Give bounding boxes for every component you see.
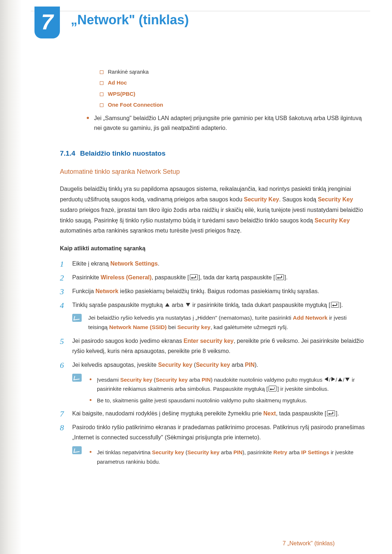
keyword: Security key — [187, 449, 219, 455]
page-shadow — [0, 0, 22, 554]
text: arba — [170, 302, 185, 308]
text: , tada paspauskite [ — [276, 410, 326, 416]
text: Jei belaidžio ryšio kelvedis yra nustaty… — [88, 315, 293, 321]
footer-text: 7 „Network" (tinklas) — [283, 540, 335, 547]
up-arrow-icon — [338, 378, 342, 381]
note-text: Jei tinklas nepatvirtina Security key (S… — [88, 446, 365, 466]
enter-icon — [331, 302, 339, 308]
enter-icon — [190, 274, 198, 280]
text: bei — [167, 324, 177, 330]
text: ]. — [340, 302, 343, 308]
keyword: PIN — [233, 449, 242, 455]
steps-list: Eikite į ekraną Network Settings. Pasiri… — [60, 259, 365, 466]
text: Įvesdami — [97, 377, 120, 383]
text: Kai baigsite, naudodami rodyklės į dešin… — [72, 410, 263, 416]
list-item: One Foot Connection — [100, 100, 365, 110]
step: Kai baigsite, naudodami rodyklės į dešin… — [60, 409, 365, 419]
keyword: Network — [95, 288, 118, 294]
text: ( — [192, 362, 196, 368]
text: , kad galėtumėte užmegzti ryšį. — [211, 324, 288, 330]
text: ir pasirinkite tinklą, tada dukart paspa… — [191, 302, 330, 308]
sub-bullet: Įvesdami Security key (Security key arba… — [88, 375, 365, 394]
keyword: Security key — [152, 449, 184, 455]
text: ], tada dar kartą paspauskite [ — [199, 274, 275, 280]
text: Pasirodo tinklo ryšio patikrinimo ekrana… — [72, 424, 365, 440]
content-area: Rankinė sąranka Ad Hoc WPS(PBC) One Foot… — [60, 67, 365, 470]
note-block: Jei belaidžio ryšio kelvedis yra nustaty… — [72, 313, 365, 332]
keyword: PIN — [202, 377, 211, 383]
list-text: Ad Hoc — [108, 79, 127, 86]
keyword: PIN — [245, 362, 255, 368]
step: Pasirodo tinklo ryšio patikrinimo ekrana… — [60, 422, 365, 466]
note-block: Įvesdami Security key (Security key arba… — [72, 373, 365, 405]
keyword: Security Key — [318, 196, 353, 202]
enter-icon — [269, 386, 277, 391]
footer: 7 „Network" (tinklas) — [283, 540, 370, 547]
text: Tinklų sąraše paspauskite mygtuką — [72, 302, 164, 308]
note-block: Jei tinklas nepatvirtina Security key (S… — [72, 446, 365, 466]
section-title: Belaidžio tinklo nuostatos — [80, 149, 166, 157]
keyword: Network Settings — [110, 260, 158, 267]
top-border — [31, 11, 370, 11]
text: Jei pasirodo saugos kodo įvedimo ekranas — [72, 338, 184, 344]
text: Jei tinklas nepatvirtina — [97, 449, 152, 455]
sub-bullet: Be to, skaitmenis galite įvesti spausdam… — [88, 396, 365, 405]
sub-bullet: Jei tinklas nepatvirtina Security key (S… — [88, 448, 365, 466]
section-number: 7.1.4 — [60, 149, 75, 157]
text: ieško pasiekiamų belaidžių tinklų. Baigu… — [118, 288, 319, 294]
text: Jei kelvedis apsaugotas, įveskite — [72, 362, 158, 368]
text: arba — [230, 362, 245, 368]
list-item: Ad Hoc — [100, 78, 365, 87]
text: ( — [184, 449, 187, 455]
page: 7 „Network" (tinklas) Rankinė sąranka Ad… — [0, 0, 392, 554]
keyword: Security key — [120, 377, 152, 383]
step: Jei pasirodo saugos kodo įvedimo ekranas… — [60, 336, 365, 356]
note-icon — [72, 374, 82, 382]
down-arrow-icon — [186, 303, 190, 307]
enter-icon — [327, 410, 335, 416]
text: ). — [255, 362, 258, 368]
keyword: Security Key — [244, 196, 279, 202]
section-heading: 7.1.4 Belaidžio tinklo nuostatos — [60, 147, 365, 159]
keyword: Add Network — [293, 315, 328, 321]
step: Pasirinkite Wireless (General), paspausk… — [60, 272, 365, 283]
enter-icon — [276, 274, 284, 280]
text: ), pasirinkite — [242, 449, 273, 455]
right-arrow-icon — [331, 377, 335, 381]
note-text: Įvesdami Security key (Security key arba… — [88, 373, 365, 405]
text: Funkcija — [72, 288, 95, 294]
text: ] ir įveskite simbolius. — [277, 386, 329, 392]
text: arba — [287, 449, 301, 455]
step: Jei kelvedis apsaugotas, įveskite Securi… — [60, 360, 365, 405]
step: Funkcija Network ieško pasiekiamų belaid… — [60, 286, 365, 296]
note-icon — [72, 446, 82, 454]
chapter-tab: 7 — [34, 7, 60, 38]
text: arba — [188, 377, 201, 383]
keyword: Security key — [196, 362, 230, 368]
text: automatinės arba rankinės sąrankos metu … — [60, 227, 242, 234]
left-arrow-icon — [324, 377, 328, 381]
note-icon — [72, 314, 82, 322]
list-item: Rankinė sąranka — [100, 67, 365, 77]
note-text: Jei belaidžio ryšio kelvedis yra nustaty… — [88, 313, 365, 332]
note-item: Jei „Samsung" belaidžio LAN adapterį pri… — [85, 113, 365, 133]
keyword: IP Settings — [301, 449, 329, 455]
text: arba — [220, 449, 233, 455]
list-text: One Foot Connection — [108, 102, 163, 108]
step: Eikite į ekraną Network Settings. — [60, 259, 365, 269]
text: . Saugos kodą — [279, 196, 318, 202]
keyword: Network Name (SSID) — [109, 324, 167, 330]
keyword: Enter security key — [184, 338, 234, 344]
text: ]. — [336, 410, 339, 416]
list-item: WPS(PBC) — [100, 89, 365, 99]
list-text: WPS(PBC) — [108, 91, 135, 97]
keyword: Security key — [156, 377, 188, 383]
text: . — [158, 260, 159, 267]
text: ]. — [285, 274, 288, 280]
text: ( — [152, 377, 156, 383]
text: Pasirinkite — [72, 274, 101, 280]
list-text: Rankinė sąranka — [108, 69, 149, 75]
text: , paspauskite [ — [152, 274, 189, 280]
keyword: Retry — [273, 449, 287, 455]
keyword: Security key — [158, 362, 192, 368]
